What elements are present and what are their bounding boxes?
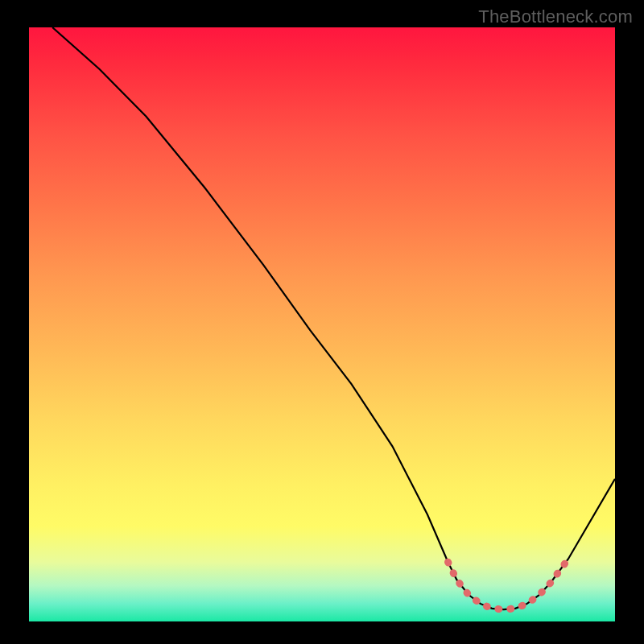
watermark-text: TheBottleneck.com <box>478 6 633 27</box>
line-chart-svg <box>29 27 615 621</box>
highlight-segment <box>448 559 568 610</box>
chart-area <box>29 27 615 621</box>
curve-line <box>52 27 615 609</box>
